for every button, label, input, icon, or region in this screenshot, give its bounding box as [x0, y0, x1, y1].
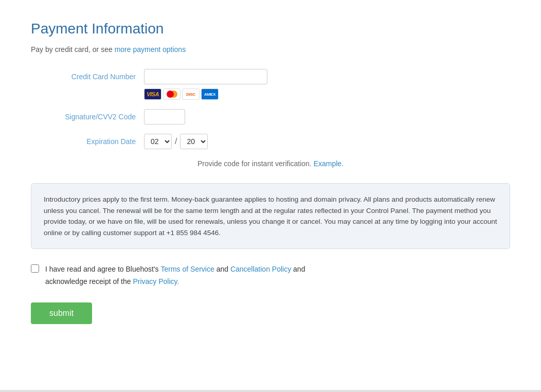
info-box: Introductory prices apply to the first t…: [31, 183, 510, 249]
mastercard-icon: [163, 88, 181, 100]
submit-button[interactable]: submit: [31, 302, 92, 324]
agreement-prefix: I have read and agree to Bluehost's: [45, 265, 161, 273]
cvv-label: Signature/CVV2 Code: [31, 109, 144, 121]
agreement-checkbox[interactable]: [31, 264, 39, 273]
bottom-bar: [0, 390, 541, 392]
expiry-row: Expiration Date 01 02 03 04 05 06 07 08 …: [31, 134, 510, 149]
subtitle-prefix: Pay by credit card, or see: [31, 45, 115, 54]
cvv-input-area: [144, 109, 185, 124]
privacy-link[interactable]: Privacy Policy.: [133, 277, 179, 286]
agreement-and2: and: [291, 265, 305, 273]
visa-icon: VISA: [144, 88, 161, 100]
cc-number-label: Credit Card Number: [31, 69, 144, 81]
expiry-separator: /: [175, 137, 177, 146]
info-box-text: Introductory prices apply to the first t…: [44, 194, 497, 238]
agreement-second-prefix: acknowledge receipt of the: [45, 277, 133, 286]
verification-prefix: Provide code for instant verification.: [197, 159, 314, 168]
payment-form: Credit Card Number VISA DISC AMEX: [31, 69, 510, 149]
verification-example-link[interactable]: Example.: [314, 159, 344, 168]
cvv-row: Signature/CVV2 Code: [31, 109, 510, 124]
card-icons: VISA DISC AMEX: [144, 88, 267, 100]
subtitle: Pay by credit card, or see more payment …: [31, 45, 510, 54]
cvv-input[interactable]: [144, 109, 185, 124]
agreement-and1: and: [214, 265, 230, 273]
expiry-input-area: 01 02 03 04 05 06 07 08 09 10 11 12 / 17…: [144, 134, 208, 149]
amex-icon: AMEX: [201, 88, 219, 100]
cc-number-row: Credit Card Number VISA DISC AMEX: [31, 69, 510, 100]
page-title: Payment Information: [31, 21, 510, 37]
expiry-month-select[interactable]: 01 02 03 04 05 06 07 08 09 10 11 12: [144, 134, 172, 149]
agreement-text: I have read and agree to Bluehost's Term…: [45, 263, 305, 288]
expiry-year-select[interactable]: 17 18 19 20 21 22 23 24 25 26 27: [180, 134, 208, 149]
agreement-row: I have read and agree to Bluehost's Term…: [31, 263, 510, 288]
cancellation-link[interactable]: Cancellation Policy: [230, 265, 291, 273]
cc-number-input-area: VISA DISC AMEX: [144, 69, 267, 100]
mc-left-circle: [167, 91, 174, 98]
more-payment-options-link[interactable]: more payment options: [115, 45, 186, 54]
discover-icon: DISC: [182, 88, 200, 100]
expiry-label: Expiration Date: [31, 134, 144, 146]
cc-number-input[interactable]: [144, 69, 267, 84]
verification-text: Provide code for instant verification. E…: [31, 159, 510, 168]
page-container: Payment Information Pay by credit card, …: [0, 0, 541, 392]
tos-link[interactable]: Terms of Service: [161, 265, 214, 273]
mc-circles: [167, 91, 177, 98]
